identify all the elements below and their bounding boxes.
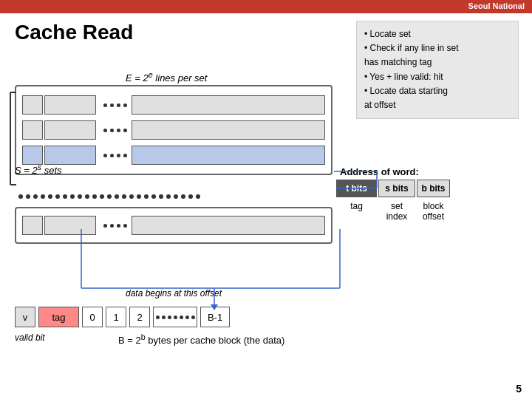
dot: [117, 103, 120, 107]
cache-row-last: [22, 214, 325, 236]
bottom-cell-2: 2: [129, 307, 150, 327]
offset-label: data begins at this offset: [126, 288, 222, 299]
addr-b-bits: b bits: [417, 180, 450, 197]
bottom-dots: [153, 307, 197, 327]
cache-cell-data-1: [132, 95, 325, 115]
cache-cell-valid-last: [22, 216, 43, 235]
address-sub-labels: tag setindex blockoffset: [336, 201, 450, 222]
dot: [103, 224, 107, 228]
cache-dots-3: [103, 154, 127, 157]
info-line-2: • Check if any line in set: [364, 41, 511, 55]
dot: [48, 194, 52, 199]
dot: [18, 194, 23, 199]
dot: [196, 194, 200, 199]
dot: [123, 224, 127, 228]
dot: [185, 316, 189, 319]
dot: [166, 194, 171, 199]
dot: [156, 316, 160, 319]
cache-dots-1: [103, 103, 127, 107]
bottom-cell-1: 1: [106, 307, 126, 327]
dot: [33, 194, 38, 199]
dot: [26, 194, 30, 199]
dot: [123, 154, 127, 157]
top-bar: [0, 0, 532, 13]
dot: [162, 316, 166, 319]
dot: [100, 194, 104, 199]
dot: [123, 103, 127, 107]
bottom-tag-cell: tag: [38, 307, 79, 327]
page-title: Cache Read: [15, 21, 133, 44]
info-line-5: • Locate data starting: [364, 84, 511, 98]
dot: [168, 316, 171, 319]
dot: [70, 194, 75, 199]
bottom-v-cell: v: [15, 307, 35, 327]
dot: [174, 194, 178, 199]
dot: [117, 224, 120, 228]
info-line-4: • Yes + line valid: hit: [364, 70, 511, 84]
info-line-6: at offset: [364, 98, 511, 112]
cache-cell-valid-2: [22, 120, 43, 140]
dot: [103, 103, 107, 107]
dot: [122, 194, 126, 199]
university-name: Seoul National University: [468, 1, 525, 22]
address-bits: t bits s bits b bits: [336, 180, 450, 197]
cache-cell-valid-1: [22, 95, 43, 115]
valid-bit-label: valid bit: [15, 332, 45, 343]
cache-cell-tag-last: [44, 216, 96, 235]
page-number: 5: [516, 383, 522, 395]
dot: [174, 316, 177, 319]
dot: [123, 129, 127, 132]
addr-t-bits: t bits: [336, 180, 377, 197]
cache-cell-tag-1: [44, 95, 96, 115]
dot: [85, 194, 89, 199]
dot: [103, 129, 107, 132]
block-offset-label: blockoffset: [417, 201, 450, 222]
dot: [55, 194, 60, 199]
cache-cell-data-3: [132, 146, 325, 165]
dot: [92, 194, 97, 199]
bottom-block: v tag 0 1 2 B-1: [15, 307, 230, 327]
dot: [144, 194, 149, 199]
dot: [41, 194, 45, 199]
s-label: S = 2s sets: [15, 163, 62, 176]
dot: [180, 316, 183, 319]
dot: [151, 194, 156, 199]
cache-row-3: [22, 144, 325, 166]
e-label: E = 2e lines per set: [126, 70, 207, 83]
b-label: B = 2b bytes per cache block (the data): [118, 332, 284, 346]
info-line-1: • Locate set: [364, 27, 511, 41]
cache-structure: [15, 85, 332, 175]
cache-last-row-container: [15, 207, 332, 244]
dot: [107, 194, 112, 199]
dot: [63, 194, 67, 199]
dot: [117, 154, 120, 157]
cache-cell-data-last: [132, 216, 325, 235]
cache-dots-last: [103, 224, 127, 228]
bottom-cell-0: 0: [82, 307, 103, 327]
cache-cell-data-2: [132, 120, 325, 140]
address-label: Address of word:: [340, 166, 419, 177]
dot: [188, 194, 193, 199]
cache-row-1: [22, 94, 325, 116]
dots-separator: [18, 194, 325, 199]
bottom-end-cell: B-1: [200, 307, 230, 327]
dot: [110, 154, 114, 157]
dot: [129, 194, 134, 199]
cache-row-2: [22, 119, 325, 141]
dot: [110, 129, 114, 132]
dot: [191, 316, 195, 319]
cache-cell-tag-2: [44, 120, 96, 140]
dot: [137, 194, 141, 199]
dot: [110, 103, 114, 107]
dot: [78, 194, 82, 199]
dot: [117, 129, 120, 132]
dot: [115, 194, 119, 199]
addr-s-bits: s bits: [378, 180, 415, 197]
dot: [181, 194, 185, 199]
dot: [159, 194, 163, 199]
dot: [110, 224, 114, 228]
dot: [103, 154, 107, 157]
info-line-3: has matching tag: [364, 55, 511, 69]
set-index-label: setindex: [378, 201, 415, 222]
info-box: • Locate set • Check if any line in set …: [356, 21, 519, 119]
